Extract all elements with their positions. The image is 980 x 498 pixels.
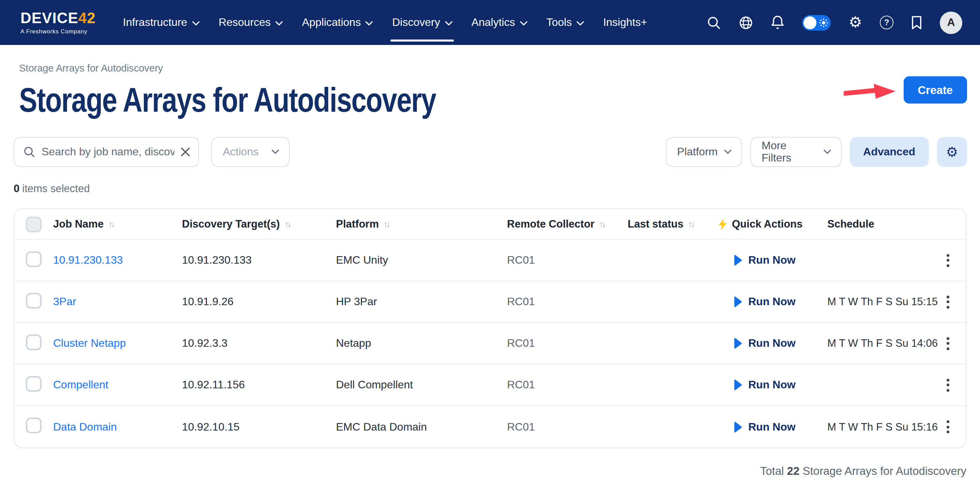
table-row: Compellent 10.92.11.156 Dell Compellent … (14, 364, 966, 406)
job-name-link[interactable]: Compellent (53, 379, 108, 390)
theme-toggle[interactable] (802, 14, 831, 30)
play-icon (733, 296, 742, 307)
nav-item-infrastructure[interactable]: Infrastructure (113, 10, 209, 35)
select-all-checkbox[interactable] (26, 216, 41, 232)
column-header-platform[interactable]: Platform↑↓ (336, 218, 507, 230)
nav-item-applications[interactable]: Applications (293, 10, 383, 35)
table-settings-gear-icon[interactable]: ⚙ (937, 137, 967, 167)
search-icon[interactable] (707, 15, 721, 30)
column-header-schedule: Schedule (827, 218, 947, 230)
chevron-down-icon (192, 21, 199, 25)
job-name-link[interactable]: Cluster Netapp (53, 337, 126, 349)
jobs-table: Job Name↑↓Discovery Target(s)↑↓Platform↑… (14, 208, 966, 448)
discovery-target-value: 10.92.3.3 (182, 337, 336, 350)
play-icon (733, 255, 742, 266)
sort-icon[interactable]: ↑↓ (285, 220, 290, 229)
actions-dropdown[interactable]: Actions (211, 137, 290, 167)
nav-item-analytics[interactable]: Analytics (462, 10, 537, 35)
row-checkbox[interactable] (26, 418, 41, 433)
chevron-down-icon (275, 21, 283, 25)
chevron-down-icon (445, 21, 452, 25)
chevron-down-icon (577, 21, 584, 25)
column-header-job-name[interactable]: Job Name↑↓ (53, 218, 182, 230)
platform-value: EMC Unity (336, 254, 507, 266)
column-header-quick-actions: Quick Actions (718, 218, 827, 230)
table-header-row: Job Name↑↓Discovery Target(s)↑↓Platform↑… (14, 209, 966, 240)
nav-item-insights[interactable]: Insights+ (593, 10, 657, 35)
sort-icon[interactable]: ↑↓ (688, 220, 694, 229)
sun-icon (819, 18, 828, 27)
nav-item-discovery[interactable]: Discovery (383, 10, 462, 35)
kebab-menu-icon[interactable] (947, 293, 953, 311)
table-row: 3Par 10.91.9.26 HP 3Par RC01 Run Now M T… (14, 282, 966, 323)
total-count-number: 22 (787, 465, 800, 477)
breadcrumb[interactable]: Storage Arrays for Autodiscovery (19, 63, 967, 73)
advanced-button[interactable]: Advanced (850, 137, 929, 167)
discovery-target-value: 10.92.11.156 (182, 379, 336, 391)
run-now-button[interactable]: Run Now (718, 337, 827, 350)
help-icon[interactable]: ? (880, 16, 893, 29)
nav-menu: InfrastructureResourcesApplicationsDisco… (113, 10, 657, 35)
play-icon (733, 338, 742, 349)
platform-filter-dropdown[interactable]: Platform (665, 137, 742, 167)
chevron-down-icon (271, 149, 279, 154)
toolbar: Actions Platform More Filters Advanced ⚙ (0, 137, 980, 167)
selection-count: 0 (14, 183, 19, 194)
run-now-button[interactable]: Run Now (718, 254, 827, 266)
kebab-menu-icon[interactable] (947, 251, 953, 269)
page-title: Storage Arrays for Autodiscovery (19, 80, 778, 120)
kebab-menu-icon[interactable] (947, 334, 953, 353)
nav-item-resources[interactable]: Resources (209, 10, 293, 35)
logo-accent: 42 (78, 9, 96, 26)
brand-logo[interactable]: DEVICE42 A Freshworks Company (21, 11, 96, 34)
selection-status: 0items selected (14, 183, 980, 195)
sort-icon[interactable]: ↑↓ (384, 220, 389, 229)
clear-search-icon[interactable] (181, 147, 190, 157)
row-checkbox[interactable] (26, 251, 41, 267)
discovery-target-value: 10.91.230.133 (182, 254, 336, 266)
job-name-link[interactable]: 10.91.230.133 (53, 254, 123, 266)
play-icon (733, 422, 742, 432)
search-input[interactable] (41, 146, 175, 158)
page-header: Storage Arrays for Autodiscovery Storage… (0, 45, 980, 120)
chevron-down-icon (823, 149, 831, 154)
discovery-target-value: 10.91.9.26 (182, 296, 336, 308)
sort-icon[interactable]: ↑↓ (108, 220, 114, 229)
run-now-button[interactable]: Run Now (718, 296, 827, 308)
row-checkbox[interactable] (26, 376, 41, 391)
globe-icon[interactable] (739, 15, 753, 30)
annotation-arrow-icon (844, 83, 897, 102)
toggle-knob (804, 16, 817, 29)
notifications-bell-icon[interactable] (771, 15, 785, 30)
column-header-last-status[interactable]: Last status↑↓ (628, 218, 718, 230)
run-now-button[interactable]: Run Now (718, 379, 827, 391)
top-nav: DEVICE42 A Freshworks Company Infrastruc… (0, 0, 980, 45)
bookmark-icon[interactable] (911, 15, 922, 30)
search-box (14, 137, 199, 167)
sort-icon[interactable]: ↑↓ (600, 220, 605, 229)
chevron-down-icon (366, 21, 373, 25)
more-filters-dropdown[interactable]: More Filters (750, 137, 841, 167)
run-now-button[interactable]: Run Now (718, 421, 827, 433)
table-body: 10.91.230.133 10.91.230.133 EMC Unity RC… (14, 240, 966, 447)
remote-collector-value: RC01 (507, 254, 628, 266)
settings-gear-icon[interactable]: ⚙ (849, 15, 862, 30)
remote-collector-value: RC01 (507, 337, 628, 350)
nav-item-tools[interactable]: Tools (537, 10, 593, 35)
user-avatar[interactable]: A (940, 11, 962, 34)
schedule-value: M T W Th F S Su 15:15 (827, 296, 947, 308)
row-checkbox[interactable] (26, 334, 41, 350)
app-window: DEVICE42 A Freshworks Company Infrastruc… (0, 0, 980, 498)
remote-collector-value: RC01 (507, 296, 628, 308)
selection-label: items selected (22, 183, 90, 194)
kebab-menu-icon[interactable] (947, 376, 953, 394)
discovery-target-value: 10.92.10.15 (182, 421, 336, 433)
job-name-link[interactable]: 3Par (53, 296, 76, 307)
create-button[interactable]: Create (903, 76, 967, 103)
row-checkbox[interactable] (26, 293, 41, 308)
job-name-link[interactable]: Data Domain (53, 421, 117, 432)
column-header-remote-collector[interactable]: Remote Collector↑↓ (507, 218, 628, 230)
kebab-menu-icon[interactable] (947, 418, 953, 436)
column-header-discovery-target-s[interactable]: Discovery Target(s)↑↓ (182, 218, 336, 230)
logo-text: DEVICE42 (21, 11, 96, 25)
